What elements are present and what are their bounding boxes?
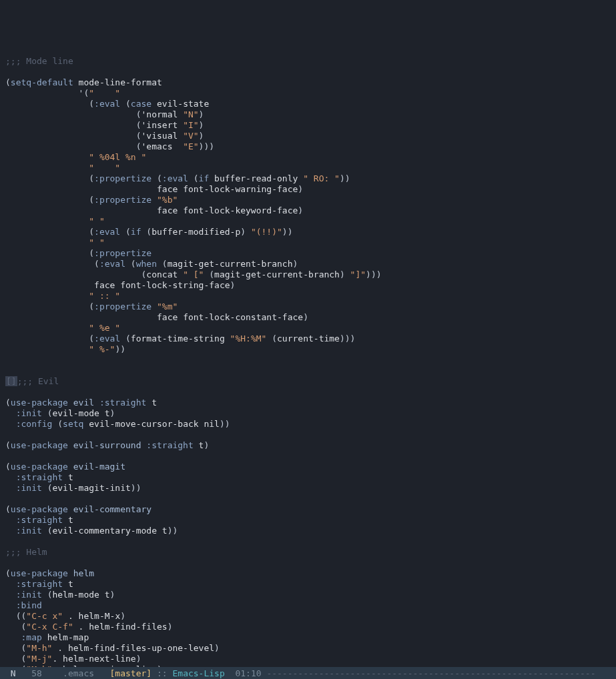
keyword-use-package: use-package bbox=[11, 398, 68, 408]
symbol: mode-line-format bbox=[79, 77, 162, 87]
keyword-eval: :eval bbox=[94, 99, 120, 109]
mode-line-line-number: 58 bbox=[21, 668, 41, 679]
keyword-setq-default: setq-default bbox=[11, 77, 73, 87]
package-helm: helm bbox=[73, 568, 94, 578]
package-evil-commentary: evil-commentary bbox=[73, 504, 151, 514]
comment: ;;; Mode line bbox=[5, 56, 73, 66]
string: " " bbox=[89, 88, 120, 98]
package-evil-surround: evil-surround bbox=[73, 440, 141, 450]
mode-line-fill: ----------------------------------------… bbox=[266, 668, 595, 679]
mode-line-buffer-name: .emacs bbox=[42, 668, 110, 679]
mode-line-major-mode: Emacs-Lisp bbox=[172, 668, 224, 679]
mode-line-time: 01:10 bbox=[225, 668, 267, 679]
package-evil: evil bbox=[73, 398, 94, 408]
mode-line: N 58 .emacs [master] :: Emacs-Lisp 01:10… bbox=[0, 667, 616, 679]
package-evil-magit: evil-magit bbox=[73, 462, 125, 472]
mode-line-git-branch: [master] bbox=[110, 668, 152, 679]
code-editor[interactable]: ;;; Mode line (setq-default mode-line-fo… bbox=[0, 43, 616, 679]
mode-line-evil-state: N bbox=[5, 668, 21, 679]
mode-line-separator: :: bbox=[151, 668, 172, 679]
keyword-case: case bbox=[131, 99, 151, 109]
cursor-block: [] bbox=[5, 376, 17, 386]
